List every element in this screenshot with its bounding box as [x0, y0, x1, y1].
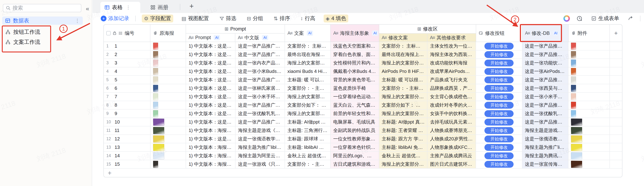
- attachment-thumbnail[interactable]: [571, 127, 582, 134]
- cell-prompt[interactable]: 1) 中文版本：海报主题...: [186, 160, 236, 168]
- cell-poster-subject[interactable]: 蓝色皮质扶手椅: [331, 84, 379, 92]
- cell-prompt[interactable]: 1) 中文版本：这是一张...: [186, 118, 236, 126]
- cell-prompt[interactable]: 1) 中文版本：这是一张...: [186, 50, 236, 58]
- cell-revision-copy[interactable]: 主标题: 跟方方 学俄语 ...: [379, 135, 428, 143]
- start-modify-button[interactable]: 开始修改: [484, 68, 514, 75]
- cell-revision-copy[interactable]: 海报上的文案部分如下...: [379, 93, 428, 101]
- poster-thumbnail[interactable]: [153, 68, 158, 75]
- column-header-prompt[interactable]: A≡ Prompt AI: [186, 33, 235, 42]
- cell-copywriting[interactable]: 主标题: AI做ppt 真的太...: [285, 118, 331, 126]
- cell-record-no[interactable]: 88: [104, 101, 150, 109]
- column-header-poster-subject[interactable]: A≡ 海报主体形象 AI: [331, 25, 379, 42]
- cell-revision-copy[interactable]: 主标题: AI做ppt 真的太...: [379, 118, 428, 126]
- cell-original-poster[interactable]: [150, 160, 186, 168]
- start-modify-button[interactable]: 开始修改: [484, 93, 514, 100]
- cell-record-no[interactable]: 77: [104, 93, 150, 101]
- cell-revision-copy[interactable]: 主标题: 王者荣耀 副标...: [379, 126, 428, 135]
- cell-attachment[interactable]: [568, 126, 610, 135]
- cell-chinese-version[interactable]: 这是一张俄语教学课程...: [236, 135, 285, 143]
- attachment-thumbnail[interactable]: [571, 59, 576, 67]
- cell-record-no[interactable]: 44: [104, 67, 150, 75]
- sidebar-item-datatable[interactable]: 数据表 ⋮: [2, 16, 83, 25]
- cell-original-poster[interactable]: [150, 59, 186, 67]
- add-row-button[interactable]: +: [104, 169, 622, 178]
- select-all-checkbox[interactable]: [106, 31, 111, 35]
- cell-revision-copy[interactable]: 文案部分如下： 主标题...: [379, 101, 428, 109]
- cell-revision-other[interactable]: 人物换成赛博朋克风格...: [428, 126, 476, 135]
- cell-chinese-version[interactable]: 这是一张小米手环7的产...: [236, 93, 285, 101]
- cell-revision-copy[interactable]: 金秋上云 超值优选 云服...: [379, 152, 428, 160]
- cell-poster-subject[interactable]: 女性模特照片和内衣实物: [331, 59, 379, 67]
- poster-thumbnail[interactable]: [153, 76, 158, 83]
- cell-record-no[interactable]: 1111: [104, 126, 150, 135]
- attachment-thumbnail[interactable]: [571, 68, 576, 75]
- poster-thumbnail[interactable]: [153, 135, 164, 143]
- attachment-thumbnail[interactable]: [571, 119, 582, 126]
- cell-chinese-version[interactable]: 海报主题为推广liblibAI...: [236, 143, 285, 151]
- cell-prompt[interactable]: 1) 中文版本：这是一张...: [186, 101, 236, 109]
- poster-thumbnail[interactable]: [153, 161, 158, 168]
- cell-modify-db[interactable]: 这是一张小米手环7的产...: [522, 93, 569, 101]
- fill-color-button[interactable]: ◈ 4 填色: [324, 14, 348, 22]
- cell-copywriting[interactable]: xiaomi Buds 4 HiFi音质 ...: [285, 67, 331, 75]
- cell-chinese-version[interactable]: 这是一张产品推广海报...: [236, 118, 285, 126]
- cell-attachment[interactable]: [568, 50, 610, 58]
- search-input[interactable]: 搜索: [3, 4, 81, 12]
- attachment-thumbnail[interactable]: [571, 102, 576, 109]
- cell-copywriting[interactable]: 主标题: liblibAI 免费生...: [285, 143, 331, 151]
- attachment-thumbnail[interactable]: [571, 144, 582, 151]
- cell-modify-db[interactable]: 这是一张俄语教学课程...: [522, 135, 569, 143]
- cell-prompt[interactable]: 1) 中文版本：这是一张...: [186, 67, 236, 75]
- cell-poster-subject[interactable]: 前景的年轻女性和乳汽...: [331, 110, 379, 118]
- cell-copywriting[interactable]: 主标题: 跟球球 学俄语 ...: [285, 135, 331, 143]
- cell-attachment[interactable]: [568, 101, 610, 109]
- start-modify-button[interactable]: 开始修改: [484, 110, 514, 117]
- cell-revision-copy[interactable]: 海报上的文案部分如下...: [379, 59, 428, 67]
- attachment-thumbnail[interactable]: [571, 93, 576, 100]
- add-view-button[interactable]: +: [187, 2, 196, 10]
- cell-prompt[interactable]: 1) 中文版本：这是一张...: [186, 84, 236, 92]
- poster-thumbnail[interactable]: [153, 119, 164, 126]
- cell-revision-other[interactable]: 产品换成飞行夹克: [428, 76, 476, 84]
- cell-chinese-version[interactable]: 这是一张林氏家居与天...: [236, 84, 285, 92]
- sidebar-collapse-icon[interactable]: «: [86, 5, 89, 12]
- sort-button[interactable]: ⇅ 排序: [272, 14, 292, 22]
- cell-original-poster[interactable]: [150, 84, 186, 92]
- group-header-prompt[interactable]: ⊞ Prompt: [186, 25, 284, 33]
- cell-record-no[interactable]: 99: [104, 110, 150, 118]
- start-modify-button[interactable]: 开始修改: [484, 102, 514, 109]
- field-config-button[interactable]: ⚙ 字段配置: [142, 14, 173, 22]
- cell-revision-copy[interactable]: 主标题: 暖 可以很长很...: [379, 76, 428, 84]
- column-header-original-poster[interactable]: 原海报: [150, 25, 186, 42]
- attachment-thumbnail[interactable]: [571, 76, 576, 83]
- tab-more-icon[interactable]: ⋮: [126, 5, 130, 10]
- cell-record-no[interactable]: 11: [104, 42, 150, 50]
- poster-thumbnail[interactable]: [153, 51, 158, 58]
- cell-revision-other[interactable]: 人物换成20岁男性, 穿...: [428, 135, 476, 143]
- start-modify-button[interactable]: 开始修改: [484, 76, 514, 83]
- cell-copywriting[interactable]: 文案部分如下： 主标题...: [285, 101, 331, 109]
- cell-copywriting[interactable]: 最终出现在海报上的文...: [285, 50, 331, 58]
- cell-original-poster[interactable]: [150, 126, 186, 135]
- cell-modify-db[interactable]: 这是一张产品推广海报...: [522, 118, 569, 126]
- cell-modify-db[interactable]: 海报主题是游戏《王者...: [522, 126, 569, 135]
- cell-modify-db[interactable]: 这是一张AirPods Pro 8...: [522, 67, 569, 75]
- generate-form-button[interactable]: 生成表单: [589, 14, 621, 22]
- column-header-record-no[interactable]: 编号: [104, 25, 150, 42]
- cell-revision-other[interactable]: 品牌换成西昊，产品换...: [428, 84, 476, 92]
- group-header-revision[interactable]: ⊞ 修改区: [379, 25, 476, 33]
- cell-modify-db[interactable]: 这是一张产品推广海报...: [522, 42, 569, 50]
- cell-revision-other[interactable]: 海报主体改为西装革履...: [428, 50, 476, 58]
- cell-poster-subject[interactable]: 电脑屏幕、毛绒玩具: [331, 118, 379, 126]
- cell-record-no[interactable]: 1515: [104, 160, 150, 168]
- cell-record-no[interactable]: 33: [104, 59, 150, 67]
- history-icon[interactable]: [576, 15, 582, 21]
- cell-prompt[interactable]: 1) 中文版本：海报主题...: [186, 143, 236, 151]
- start-modify-button[interactable]: 开始修改: [484, 136, 514, 142]
- cell-chinese-version[interactable]: 海报主题是游戏《三角...: [236, 126, 285, 135]
- cell-copywriting[interactable]: 海报上的文案部分如下...: [285, 93, 331, 101]
- cell-attachment[interactable]: [568, 59, 610, 67]
- cell-copywriting[interactable]: 金秋上云 超值优选 云服...: [285, 152, 331, 160]
- cell-poster-subject[interactable]: 全副武装的特战队员: [331, 126, 379, 135]
- cell-attachment[interactable]: [568, 135, 610, 143]
